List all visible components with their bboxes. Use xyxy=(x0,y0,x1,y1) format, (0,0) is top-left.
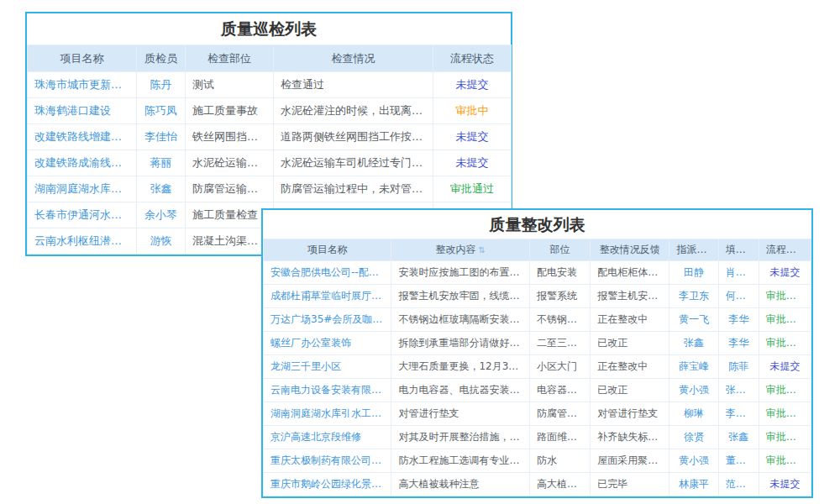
project-link[interactable]: 重庆市鹅岭公园绿化景观提升... xyxy=(264,473,391,496)
project-link[interactable]: 龙湖三千里小区 xyxy=(264,355,391,379)
project-link[interactable]: 成都杜甫草堂临时展厅独立展... xyxy=(264,285,391,308)
inspector-link[interactable]: 蒋丽 xyxy=(137,150,186,176)
assignee-link[interactable]: 徐贤 xyxy=(669,426,718,449)
status-badge: 未提交 xyxy=(433,124,512,150)
col-header-project: 项目名称 xyxy=(28,45,137,72)
project-link[interactable]: 珠海市城市更新项目紫... xyxy=(28,72,137,98)
feedback-cell: 已改正 xyxy=(591,332,669,355)
reporter-link[interactable]: 董清平 xyxy=(718,449,759,473)
part-cell: 防腐管运输... xyxy=(529,402,590,426)
rectification-title: 质量整改列表 xyxy=(263,210,811,239)
assignee-link[interactable]: 黄小强 xyxy=(669,449,718,473)
inspector-link[interactable]: 陈巧凤 xyxy=(137,98,186,124)
part-cell: 电容器安装... xyxy=(529,379,590,402)
project-link[interactable]: 京沪高速北京段维修 xyxy=(264,426,391,449)
table-row: 珠海市城市更新项目紫... 陈丹 测试 检查通过 未提交 xyxy=(28,72,512,98)
table-header-row: 项目名称 质检员 检查部位 检查情况 流程状态 xyxy=(28,45,512,72)
table-row: 湖南洞庭湖水库引水工程施工标 对管进行垫支 防腐管运输... 对管进行垫支 柳琳… xyxy=(264,402,811,426)
project-link[interactable]: 改建铁路线增建第二线... xyxy=(28,124,137,150)
status-badge: 审批通过 xyxy=(759,449,811,473)
project-link[interactable]: 湖南洞庭湖水库引水工... xyxy=(28,176,137,202)
reporter-link[interactable]: 李若若 xyxy=(718,402,759,426)
table-row: 螺丝厂办公室装饰 拆除到承重墙部分请做好加固... 二至三楼混... 已改正 张… xyxy=(264,332,811,355)
status-badge: 审批通过 xyxy=(759,308,811,332)
status-badge: 审批中 xyxy=(433,98,512,124)
feedback-cell: 补齐缺失标志... xyxy=(591,426,669,449)
table-row: 重庆市鹅岭公园绿化景观提升... 高大植被栽种注意 高大植被栽种 已完毕 林康平… xyxy=(264,473,811,496)
reporter-link[interactable]: 陈菲 xyxy=(718,355,759,379)
project-link[interactable]: 螺丝厂办公室装饰 xyxy=(264,332,391,355)
col-header-assignee: 指派人员 xyxy=(669,239,718,261)
assignee-link[interactable]: 柳琳 xyxy=(669,402,718,426)
part-cell: 高大植被栽种 xyxy=(529,473,590,496)
project-link[interactable]: 安徽合肥供电公司--配电设备... xyxy=(264,261,391,285)
table-row: 湖南洞庭湖水库引水工... 张鑫 防腐管运输、布管 防腐管运输过程中，未对管进行… xyxy=(28,176,512,202)
status-badge: 审批通过 xyxy=(433,176,512,202)
status-badge: 未提交 xyxy=(759,355,811,379)
table-row: 龙湖三千里小区 大理石质量更换，12月31日之... 小区大门 正在整改中 薛宝… xyxy=(264,355,811,379)
inspector-link[interactable]: 余小琴 xyxy=(137,202,186,228)
assignee-link[interactable]: 田静 xyxy=(669,261,718,285)
content-cell: 对其及时开展整治措施，桥头... xyxy=(391,426,530,449)
table-row: 重庆太极制药有限公司亳州中... 防水工程施工选调有专业资质... 防水 屋面采… xyxy=(264,449,811,473)
inspector-link[interactable]: 陈丹 xyxy=(137,72,186,98)
feedback-cell: 已完毕 xyxy=(591,473,669,496)
part-cell: 施工质量事故 xyxy=(186,98,274,124)
status-badge: 审批通过 xyxy=(759,426,811,449)
reporter-link[interactable]: 何芷茵 xyxy=(718,285,759,308)
reporter-link[interactable]: 张鑫 xyxy=(718,426,759,449)
content-cell: 高大植被栽种注意 xyxy=(391,473,530,496)
status-badge: 审批通过 xyxy=(759,332,811,355)
status-badge: 未提交 xyxy=(433,150,512,176)
table-row: 珠海鹤港口建设 陈巧凤 施工质量事故 水泥砼灌注的时候，出现离析现象 审批中 xyxy=(28,98,512,124)
part-cell: 防腐管运输、布管 xyxy=(186,176,274,202)
reporter-link[interactable]: 李华 xyxy=(718,308,759,332)
part-cell: 二至三楼混... xyxy=(529,332,590,355)
col-header-part: 部位 xyxy=(529,239,590,261)
feedback-cell: 对管进行垫支 xyxy=(591,402,669,426)
project-link[interactable]: 珠海鹤港口建设 xyxy=(28,98,137,124)
project-link[interactable]: 云南电力设备安装有限公司20... xyxy=(264,379,391,402)
part-cell: 水泥砼运输车检查 xyxy=(186,150,274,176)
reporter-link[interactable]: 李华 xyxy=(718,332,759,355)
part-cell: 小区大门 xyxy=(529,355,590,379)
inspector-link[interactable]: 张鑫 xyxy=(137,176,186,202)
feedback-cell: 屋面采用聚氯... xyxy=(591,449,669,473)
sort-icon[interactable]: ⇅ xyxy=(479,245,486,255)
assignee-link[interactable]: 李卫东 xyxy=(669,285,718,308)
status-badge: 未提交 xyxy=(759,473,811,496)
project-link[interactable]: 云南水利枢纽潜明水库... xyxy=(28,228,137,255)
feedback-cell: 正在整改中 xyxy=(591,355,669,379)
assignee-link[interactable]: 张鑫 xyxy=(669,332,718,355)
table-row: 改建铁路成渝线增建第... 蒋丽 水泥砼运输车检查 水泥砼运输车司机经过专门培训… xyxy=(28,150,512,176)
assignee-link[interactable]: 黄一飞 xyxy=(669,308,718,332)
status-badge: 审批通过 xyxy=(759,379,811,402)
reporter-link[interactable]: 肖亚军 xyxy=(718,261,759,285)
status-badge: 审批通过 xyxy=(759,402,811,426)
table-row: 万达广场35#会所及咖啡厅空... 不锈钢边框玻璃隔断安装不牢... 不锈钢安装… xyxy=(264,308,811,332)
project-link[interactable]: 万达广场35#会所及咖啡厅空... xyxy=(264,308,391,332)
col-header-status: 流程状态 xyxy=(433,45,512,72)
part-cell: 不锈钢安装... xyxy=(529,308,590,332)
project-link[interactable]: 湖南洞庭湖水库引水工程施工标 xyxy=(264,402,391,426)
inspector-link[interactable]: 游恢 xyxy=(137,228,186,255)
col-header-project: 项目名称 xyxy=(264,239,391,261)
col-header-content: 整改内容⇅ xyxy=(391,239,530,261)
reporter-link[interactable]: 张小东 xyxy=(718,379,759,402)
assignee-link[interactable]: 薛宝峰 xyxy=(669,355,718,379)
assignee-link[interactable]: 黄小强 xyxy=(669,379,718,402)
project-link[interactable]: 长春市伊通河水力发电... xyxy=(28,202,137,228)
situation-cell: 道路两侧铁丝网围挡工作按设计... xyxy=(274,124,433,150)
reporter-link[interactable]: 范思哲 xyxy=(718,473,759,496)
project-link[interactable]: 重庆太极制药有限公司亳州中... xyxy=(264,449,391,473)
col-header-content-label: 整改内容 xyxy=(436,244,476,255)
assignee-link[interactable]: 林康平 xyxy=(669,473,718,496)
feedback-cell: 配电柜柜体与... xyxy=(591,261,669,285)
content-cell: 对管进行垫支 xyxy=(391,402,530,426)
table-row: 成都杜甫草堂临时展厅独立展... 报警主机安放牢固，线缆连接... 报警系统 报… xyxy=(264,285,811,308)
col-header-part: 检查部位 xyxy=(186,45,274,72)
inspector-link[interactable]: 李佳怡 xyxy=(137,124,186,150)
project-link[interactable]: 改建铁路成渝线增建第... xyxy=(28,150,137,176)
table-row: 改建铁路线增建第二线... 李佳怡 铁丝网围挡工作检查 道路两侧铁丝网围挡工作按… xyxy=(28,124,512,150)
content-cell: 安装时应按施工图的布置，将... xyxy=(391,261,530,285)
